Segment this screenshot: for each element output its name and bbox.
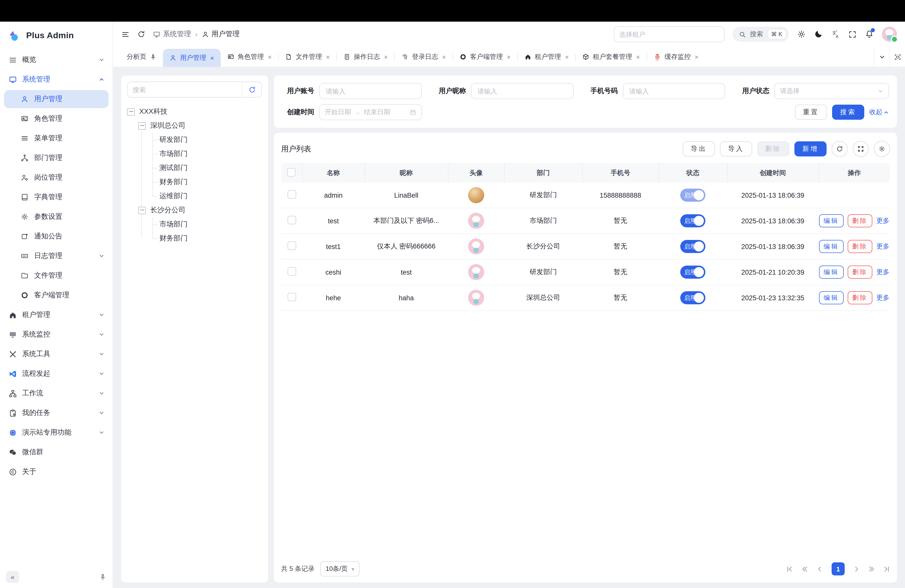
row-delete-button[interactable]: 删除 bbox=[848, 291, 872, 304]
tab-cache-monitor[interactable]: redis 缓存监控 × bbox=[647, 47, 705, 67]
next-page-button[interactable] bbox=[853, 566, 860, 572]
breadcrumb-item-system[interactable]: 系统管理 bbox=[153, 30, 191, 39]
settings-icon[interactable] bbox=[797, 30, 806, 39]
tab-roles[interactable]: 角色管理 × bbox=[221, 47, 278, 67]
export-button[interactable]: 导出 bbox=[683, 141, 715, 156]
sidebar-item-notices[interactable]: 通知公告 bbox=[4, 227, 109, 245]
close-icon[interactable]: × bbox=[384, 53, 388, 60]
edit-button[interactable]: 编辑 bbox=[819, 291, 844, 304]
status-toggle[interactable]: 启用 bbox=[680, 214, 705, 227]
phone-input[interactable] bbox=[628, 87, 720, 95]
sidebar-item-workflow[interactable]: 工作流 bbox=[4, 384, 109, 402]
sidebar-item-dictionary[interactable]: 字典管理 bbox=[4, 188, 109, 206]
reset-button[interactable]: 重置 bbox=[795, 105, 827, 120]
last-page-button[interactable] bbox=[883, 566, 890, 572]
first-page-button[interactable] bbox=[786, 566, 793, 572]
row-delete-button[interactable]: 删除 bbox=[848, 265, 872, 279]
tab-list-dropdown[interactable] bbox=[874, 47, 889, 67]
tree-search-input[interactable] bbox=[128, 82, 242, 97]
sidebar-item-posts[interactable]: 岗位管理 bbox=[4, 168, 109, 187]
status-toggle[interactable]: 启用 bbox=[680, 240, 705, 253]
sidebar-item-departments[interactable]: 部门管理 bbox=[4, 149, 109, 167]
more-button[interactable]: 更多 bbox=[876, 216, 889, 225]
status-toggle[interactable]: 启用 bbox=[680, 265, 705, 279]
status-toggle[interactable]: 启用 bbox=[680, 291, 705, 304]
add-button[interactable]: 新增 bbox=[794, 141, 827, 156]
status-select[interactable]: 请选择 bbox=[775, 83, 889, 99]
tree-collapse-icon[interactable] bbox=[138, 207, 146, 214]
refresh-icon[interactable] bbox=[137, 30, 145, 38]
tree-node-branch[interactable]: 长沙分公司 bbox=[127, 203, 262, 217]
tab-login-log[interactable]: 登录日志 × bbox=[395, 47, 452, 67]
avatar[interactable] bbox=[882, 27, 897, 42]
table-refresh-icon[interactable] bbox=[832, 141, 848, 157]
prev-5-pages-button[interactable] bbox=[802, 566, 808, 572]
next-5-pages-button[interactable] bbox=[868, 566, 875, 572]
sidebar-item-monitor[interactable]: 系统监控 bbox=[4, 326, 109, 343]
global-search[interactable]: 搜索 ⌘ K bbox=[732, 27, 789, 42]
tree-node-root[interactable]: XXX科技 bbox=[127, 105, 262, 119]
more-button[interactable]: 更多 bbox=[876, 242, 889, 251]
date-range-picker[interactable]: 开始日期 → 结束日期 bbox=[319, 104, 422, 120]
page-size-select[interactable]: 10条/页 ▾ bbox=[321, 561, 359, 577]
sidebar-item-files[interactable]: 文件管理 bbox=[4, 267, 109, 285]
tenant-select[interactable] bbox=[614, 26, 724, 42]
sidebar-item-logs[interactable]: DEV 日志管理 bbox=[4, 247, 109, 265]
sidebar-item-parameters[interactable]: 参数设置 bbox=[4, 208, 109, 226]
sidebar-item-overview[interactable]: 概览 bbox=[4, 51, 109, 69]
row-checkbox[interactable] bbox=[287, 293, 296, 301]
sidebar-item-about[interactable]: 关于 bbox=[4, 463, 109, 481]
tree-refresh-icon[interactable] bbox=[242, 82, 262, 97]
tree-node-leaf[interactable]: 财务部门 bbox=[127, 175, 262, 189]
close-icon[interactable]: × bbox=[695, 53, 699, 60]
import-button[interactable]: 导入 bbox=[720, 141, 752, 156]
tree-node-leaf[interactable]: 研发部门 bbox=[127, 133, 262, 147]
close-icon[interactable]: × bbox=[565, 53, 568, 60]
select-all-checkbox[interactable] bbox=[287, 168, 296, 176]
sidebar-item-wechat-group[interactable]: 微信群 bbox=[4, 443, 109, 461]
tab-tenant-packages[interactable]: 租户套餐管理 × bbox=[576, 47, 646, 67]
tree-node-leaf[interactable]: 运维部门 bbox=[127, 189, 262, 203]
close-icon[interactable]: × bbox=[210, 54, 214, 62]
row-checkbox[interactable] bbox=[287, 242, 296, 250]
edit-button[interactable]: 编辑 bbox=[819, 265, 844, 279]
search-button[interactable]: 搜索 bbox=[832, 105, 864, 120]
collapse-filter-link[interactable]: 收起 bbox=[869, 108, 889, 117]
sidebar-item-roles[interactable]: 角色管理 bbox=[4, 110, 109, 128]
edit-button[interactable]: 编辑 bbox=[819, 214, 844, 227]
prev-page-button[interactable] bbox=[816, 566, 823, 572]
tree-collapse-icon[interactable] bbox=[127, 108, 135, 116]
sidebar-item-users[interactable]: 用户管理 bbox=[4, 90, 109, 108]
breadcrumb-item-users[interactable]: 用户管理 bbox=[202, 30, 240, 39]
row-checkbox[interactable] bbox=[287, 216, 296, 224]
tree-node-leaf[interactable]: 市场部门 bbox=[127, 217, 262, 231]
dark-mode-icon[interactable] bbox=[814, 30, 823, 39]
sidebar-item-tenants[interactable]: 租户管理 bbox=[4, 306, 109, 324]
tab-clients[interactable]: 客户端管理 × bbox=[453, 47, 517, 67]
content-fullscreen-icon[interactable] bbox=[889, 47, 905, 67]
tree-node-leaf[interactable]: 财务部门 bbox=[127, 231, 262, 245]
account-input[interactable] bbox=[325, 87, 416, 95]
delete-button[interactable]: 删除 bbox=[757, 141, 789, 156]
tab-operation-log[interactable]: 操作日志 × bbox=[337, 47, 394, 67]
tab-users[interactable]: 用户管理 × bbox=[163, 49, 221, 67]
tree-node-leaf[interactable]: 市场部门 bbox=[127, 147, 262, 161]
tab-tenants[interactable]: 租户管理 × bbox=[518, 47, 575, 67]
close-icon[interactable]: × bbox=[507, 53, 511, 60]
page-number[interactable]: 1 bbox=[832, 563, 845, 575]
row-checkbox[interactable] bbox=[287, 190, 296, 199]
close-icon[interactable]: × bbox=[442, 53, 446, 60]
sidebar-item-system[interactable]: 系统管理 bbox=[4, 70, 109, 89]
pin-icon[interactable] bbox=[99, 573, 106, 581]
tree-node-leaf[interactable]: 测试部门 bbox=[127, 161, 262, 175]
more-button[interactable]: 更多 bbox=[876, 268, 889, 277]
edit-button[interactable]: 编辑 bbox=[819, 240, 844, 253]
row-delete-button[interactable]: 删除 bbox=[848, 214, 872, 227]
status-toggle[interactable]: 启用 bbox=[680, 189, 705, 202]
sidebar-item-menus[interactable]: 菜单管理 bbox=[4, 129, 109, 147]
close-icon[interactable]: × bbox=[268, 53, 272, 60]
sidebar-item-demo-features[interactable]: 演示站专用功能 bbox=[4, 424, 109, 442]
tree-collapse-icon[interactable] bbox=[138, 122, 146, 130]
column-settings-icon[interactable] bbox=[874, 141, 890, 157]
sidebar-item-process[interactable]: 流程发起 bbox=[4, 365, 109, 383]
